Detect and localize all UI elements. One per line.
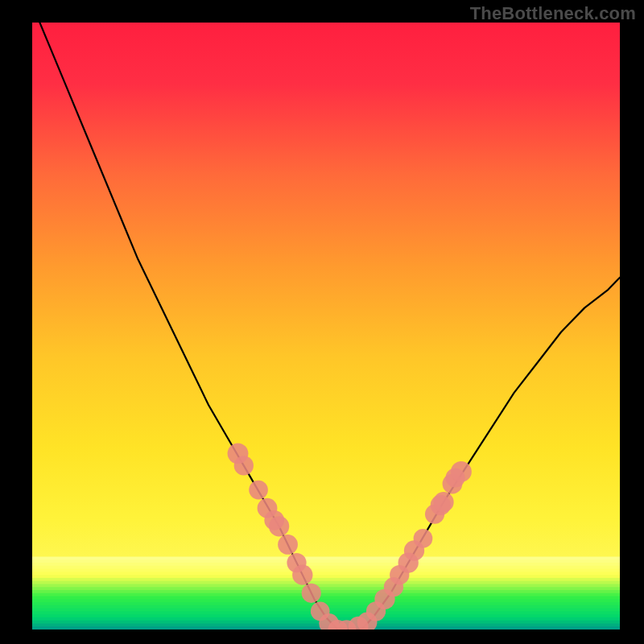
chart-frame: TheBottleneck.com bbox=[0, 0, 644, 644]
curve-marker bbox=[302, 584, 321, 603]
curve-marker bbox=[249, 481, 268, 500]
curve-marker bbox=[269, 516, 289, 536]
curve-marker bbox=[278, 535, 298, 555]
curve-marker bbox=[292, 564, 312, 584]
curve-marker bbox=[433, 492, 453, 512]
chart-svg bbox=[32, 23, 620, 630]
curve-marker bbox=[234, 456, 254, 475]
watermark-label: TheBottleneck.com bbox=[470, 3, 636, 24]
curve-marker bbox=[451, 461, 472, 482]
curve-marker bbox=[414, 529, 433, 548]
gradient-background bbox=[32, 23, 620, 630]
bottleneck-plot bbox=[32, 23, 620, 630]
